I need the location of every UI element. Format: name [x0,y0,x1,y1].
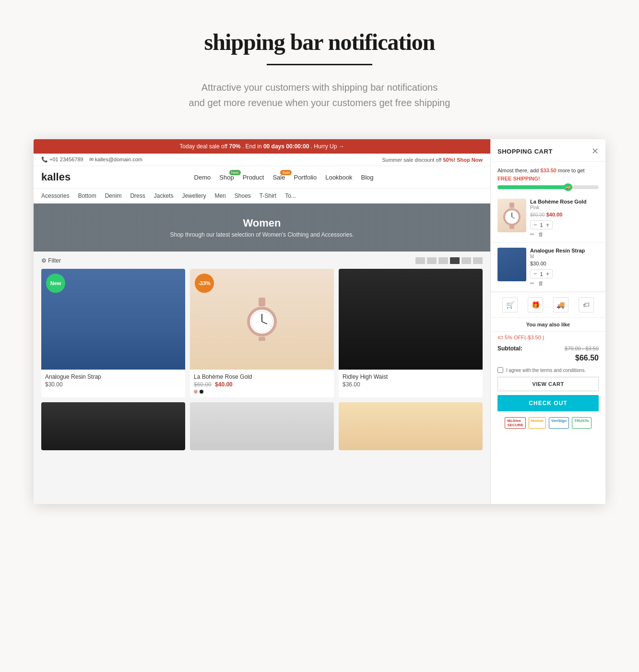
row2-right-img [339,402,483,450]
product-img-5 [190,402,334,450]
qty-decrease-1[interactable]: − [533,222,537,228]
cart-item-1: La Bohème Rose Gold Pink $60.00 $40.00 −… [491,194,605,243]
cat-accessories[interactable]: Acessories [41,192,70,199]
content-wrapper: Today deal sale off 70% . End in 00 days… [34,139,605,504]
page-subtitle-line1: Attractive your customers with shipping … [10,80,629,110]
info-bar-right: Summer sale discount off 50%! Shop Now [382,157,483,163]
price-old-2: $60.00 [194,381,212,388]
svg-rect-11 [509,224,514,229]
cart-action-cart[interactable]: 🛒 [502,297,518,312]
cart-item-variant-1: Pink [530,205,599,210]
nav-item-shop[interactable]: Shop New [219,174,234,181]
cat-jackets[interactable]: Jackets [154,192,174,199]
product-price-3: $36.00 [343,381,479,388]
list-view-icon[interactable] [415,257,425,264]
product-card-4[interactable] [41,402,185,450]
product-dots-2 [194,390,330,394]
cart-item-name-1: La Bohème Rose Gold [530,199,599,204]
free-shipping-label: FREE SHIPPING! [497,176,540,181]
hero-subtitle: Shop through our latest selection of Wom… [170,231,354,238]
cart-action-tag[interactable]: 🏷 [579,297,594,312]
product-card-1[interactable]: New Analogue Resin Strap $30.00 [41,269,185,397]
hero-title: Women [243,217,281,229]
checkout-button[interactable]: CHECK OUT [497,395,599,411]
nav-item-sale[interactable]: Sale Sale [272,174,285,181]
product-badge-discount: -33% [195,274,214,293]
store-nav: kalles Demo Shop New Product Sale Sale P… [34,166,490,189]
view-cart-button[interactable]: VIEW CART [497,377,599,391]
discount-badge: 🏷 5% OFF(-$3.50 ) [491,332,605,343]
grid5-view-icon[interactable] [462,257,471,264]
product-card-2[interactable]: -33% La Bohème Rose Gold $60.00 $40.00 [190,269,334,397]
cat-dress[interactable]: Dress [130,192,145,199]
terms-checkbox[interactable] [497,367,503,373]
products-grid: New Analogue Resin Strap $30.00 [41,269,483,397]
shipping-amount: $33.50 [540,168,556,173]
qty-increase-1[interactable]: + [546,222,550,228]
svg-rect-5 [259,337,265,341]
shop-badge: New [229,170,241,175]
cat-shoes[interactable]: Shoes [235,192,251,199]
cart-close-button[interactable]: ✕ [592,146,599,156]
qty-increase-2[interactable]: + [546,271,550,277]
grid3-view-icon[interactable] [438,257,448,264]
product-card-5[interactable] [190,402,334,450]
product-card-6[interactable] [339,402,483,450]
nav-item-portfolio[interactable]: Portfolio [294,174,317,181]
cat-tshirt[interactable]: T-Shirt [260,192,276,199]
title-underline [267,64,372,65]
nav-item-lookbook[interactable]: Lookbook [325,174,352,181]
page-title: shipping bar notification [10,29,629,55]
cart-title: SHOPPING CART [497,148,553,155]
nav-item-product[interactable]: Product [243,174,264,181]
verisign-badge: VeriSign [549,417,569,429]
nav-item-blog[interactable]: Blog [361,174,374,181]
cart-header: SHOPPING CART ✕ [491,139,605,162]
color-dot-pink[interactable] [194,390,198,394]
page-header: shipping bar notification Attractive you… [0,0,639,125]
color-dot-black[interactable] [200,390,203,394]
subtotal-row: Subtotal: $70.00 - $3.50 [491,343,605,354]
cat-men[interactable]: Men [214,192,225,199]
products-area: ⚙ Filter New [34,252,490,456]
shipping-notice: Almost there, add $33.50 more to get FRE… [491,162,605,185]
email-info: ✉ kalles@domain.com [89,156,142,163]
cat-jewellery[interactable]: Jewellery [182,192,206,199]
cart-item-info-2: Analogue Resin Strap M $30.00 − 1 + ✏ 🗑 [530,248,599,287]
cart-item-variant-2: M [530,254,599,259]
grid4-view-icon[interactable] [450,257,460,264]
truck-icon: 🚚 [564,183,572,191]
cat-bottom[interactable]: Bottom [78,192,96,199]
filter-button[interactable]: ⚙ Filter [41,257,61,264]
svg-rect-6 [509,203,514,208]
product-name-1: Analogue Resin Strap [45,373,181,380]
nav-item-demo[interactable]: Demo [194,174,211,181]
edit-icon-1[interactable]: ✏ [530,231,534,238]
product-info-2: La Bohème Rose Gold $60.00 $40.00 [190,370,334,397]
cat-denim[interactable]: Denim [105,192,122,199]
item-actions-2: ✏ 🗑 [530,280,599,287]
qty-val-2: 1 [540,271,543,277]
phone-info: 📞 +01 23456789 [41,156,83,163]
row2-left-img [41,402,185,450]
qty-decrease-2[interactable]: − [533,271,537,277]
grid2-view-icon[interactable] [427,257,437,264]
cart-action-icons: 🛒 🎁 🚚 🏷 [491,292,605,318]
delete-icon-1[interactable]: 🗑 [538,231,544,238]
price-new-2: $40.00 [215,381,233,388]
security-badges: McAfeeSECURE Norton VeriSign TRUSTe [491,415,605,434]
delete-icon-2[interactable]: 🗑 [538,280,544,287]
cat-more[interactable]: To... [285,192,296,199]
product-card-3[interactable]: Ridley High Waist $36.00 [339,269,483,397]
sale-badge: Sale [280,170,292,175]
cart-item-price-2: $30.00 [530,261,599,266]
edit-icon-2[interactable]: ✏ [530,280,534,287]
subtotal-label: Subtotal: [497,345,522,352]
svg-rect-0 [259,298,265,306]
cart-item-img-2 [497,248,526,281]
cart-action-gift[interactable]: 🎁 [528,297,543,312]
cart-action-truck[interactable]: 🚚 [553,297,568,312]
terms-text: I agree with the terms and conditions. [506,368,586,373]
grid6-view-icon[interactable] [473,257,483,264]
cart-watch-svg [502,203,521,229]
